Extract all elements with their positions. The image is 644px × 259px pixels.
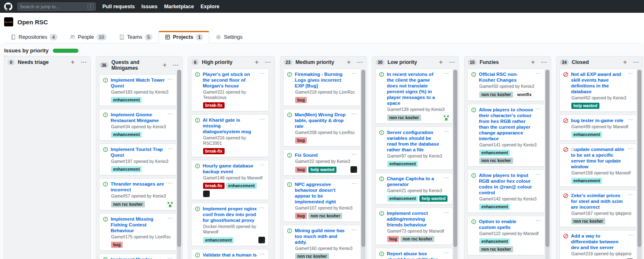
card-title-link[interactable]: Man(Men) Wrong Drop table, quantity & dr… bbox=[295, 112, 349, 129]
issue-card[interactable]: Implement Watch Tower Quest···Game#183 o… bbox=[99, 74, 177, 106]
issue-card[interactable]: Thrander messages are incorrect···Game#5… bbox=[99, 178, 177, 210]
column-scrollbar-thumb[interactable] bbox=[545, 70, 549, 247]
tab-settings[interactable]: Settings bbox=[209, 31, 249, 43]
column-menu-button[interactable]: ··· bbox=[81, 59, 87, 65]
tab-people[interactable]: People 10 bbox=[64, 31, 113, 43]
card-title-link[interactable]: Thrander messages are incorrect bbox=[111, 181, 165, 193]
card-title-link[interactable]: Allow players to input RGB and/or hex co… bbox=[479, 172, 533, 195]
column-scrollbar-thumb[interactable] bbox=[453, 70, 457, 247]
column-scrollbar-thumb[interactable] bbox=[637, 70, 642, 247]
issue-card[interactable]: Hourly game database backup event···Game… bbox=[191, 160, 269, 200]
column-scrollbar-thumb[interactable] bbox=[177, 70, 181, 247]
card-title-link[interactable]: NPC aggressive behaviour doesn't appear … bbox=[295, 181, 349, 205]
card-title-link[interactable]: Option to enable custom spells bbox=[479, 219, 533, 230]
nav-issues[interactable]: Issues bbox=[142, 4, 158, 9]
card-menu-button[interactable]: ··· bbox=[352, 71, 357, 89]
card-title-link[interactable]: ::update command able to be set a specif… bbox=[571, 146, 625, 170]
card-menu-button[interactable]: ··· bbox=[352, 152, 357, 158]
card-menu-button[interactable]: ··· bbox=[168, 112, 173, 123]
assignee-avatar[interactable] bbox=[443, 114, 449, 121]
issue-card[interactable]: Change Captcha to a generator···Game#21 … bbox=[375, 173, 453, 205]
card-menu-button[interactable]: ··· bbox=[536, 107, 541, 141]
assignee-avatar[interactable] bbox=[258, 237, 265, 243]
project-name-link[interactable]: Issues by priority bbox=[4, 47, 49, 54]
card-title-link[interactable]: Fix Sound bbox=[295, 152, 349, 158]
issue-card[interactable]: Report abuse box should have ability for… bbox=[375, 248, 453, 259]
search-input[interactable]: Search or jump to... / bbox=[17, 2, 96, 11]
add-card-button[interactable]: + bbox=[531, 59, 535, 65]
card-menu-button[interactable]: ··· bbox=[444, 176, 449, 187]
card-menu-button[interactable]: ··· bbox=[260, 206, 265, 223]
card-menu-button[interactable]: ··· bbox=[168, 216, 173, 233]
column-menu-button[interactable]: ··· bbox=[633, 59, 639, 65]
issue-card[interactable]: Implement correct adding/removing friend… bbox=[375, 207, 453, 245]
assignee-avatar[interactable] bbox=[350, 166, 357, 173]
card-menu-button[interactable]: ··· bbox=[260, 117, 265, 134]
column-scrollbar-track[interactable] bbox=[637, 70, 642, 259]
nav-explore[interactable]: Explore bbox=[201, 4, 220, 9]
card-title-link[interactable]: Al Kharid gate is missing dialogue/syste… bbox=[203, 117, 257, 134]
card-title-link[interactable]: Implement correct adding/removing friend… bbox=[387, 210, 441, 228]
issue-card[interactable]: Fix Sound···Game#22 opened by Kenix3bugh… bbox=[283, 149, 361, 176]
add-card-button[interactable]: + bbox=[347, 59, 351, 65]
card-title-link[interactable]: Change Captcha to a generator bbox=[387, 176, 441, 187]
card-title-link[interactable]: Server configuration variables should be… bbox=[387, 130, 441, 153]
card-title-link[interactable]: Implement Watch Tower Quest bbox=[111, 77, 165, 89]
card-menu-button[interactable]: ··· bbox=[444, 71, 449, 106]
issue-card[interactable]: Mining guild mine has too much mith and … bbox=[283, 225, 361, 259]
card-title-link[interactable]: In recent versions of the client the gam… bbox=[387, 71, 441, 106]
card-menu-button[interactable]: ··· bbox=[444, 130, 449, 153]
column-menu-button[interactable]: ··· bbox=[357, 59, 363, 65]
column-menu-button[interactable]: ··· bbox=[449, 59, 455, 65]
card-menu-button[interactable]: ··· bbox=[352, 181, 357, 205]
column-menu-button[interactable]: ··· bbox=[541, 59, 547, 65]
issue-card[interactable]: Implement Gnome Restaurant Minigame···Ga… bbox=[99, 109, 177, 141]
github-logo-icon[interactable] bbox=[4, 2, 12, 11]
add-card-button[interactable]: + bbox=[255, 59, 259, 65]
card-menu-button[interactable]: ··· bbox=[444, 251, 449, 259]
card-title-link[interactable]: Add a way to differentiate between dev a… bbox=[571, 233, 625, 250]
card-menu-button[interactable]: ··· bbox=[628, 193, 633, 210]
issue-card[interactable]: Not all EXP award and skill events have … bbox=[559, 68, 637, 112]
issue-card[interactable]: Allow players to choose their character'… bbox=[467, 104, 545, 167]
tab-repositories[interactable]: Repositories 4 bbox=[4, 31, 64, 43]
column-menu-button[interactable]: ··· bbox=[265, 59, 271, 65]
card-title-link[interactable]: Implement Tourist Trap Quest bbox=[111, 146, 165, 158]
nav-marketplace[interactable]: Marketplace bbox=[164, 4, 194, 9]
column-scrollbar-track[interactable] bbox=[453, 70, 457, 259]
issue-card[interactable]: Option to enable custom spells···Game#12… bbox=[467, 216, 545, 255]
issue-card[interactable]: In recent versions of the client the gam… bbox=[375, 68, 453, 124]
card-menu-button[interactable]: ··· bbox=[352, 112, 357, 129]
add-card-button[interactable]: + bbox=[439, 59, 443, 65]
add-card-button[interactable]: + bbox=[71, 59, 75, 65]
card-menu-button[interactable]: ··· bbox=[536, 71, 541, 83]
card-menu-button[interactable]: ··· bbox=[260, 163, 265, 174]
issue-card[interactable]: Al Kharid gate is missing dialogue/syste… bbox=[191, 114, 269, 157]
card-menu-button[interactable]: ··· bbox=[168, 77, 173, 89]
card-title-link[interactable]: Firemaking - Burning Logs gives incorrec… bbox=[295, 71, 349, 89]
card-menu-button[interactable]: ··· bbox=[628, 146, 633, 170]
issue-card[interactable]: bug tester in-game role···Game#89 opened… bbox=[559, 115, 637, 141]
issue-card[interactable]: Implement Tourist Trap Quest···Game#197 … bbox=[99, 144, 177, 175]
tab-teams[interactable]: Teams 5 bbox=[113, 31, 159, 43]
card-title-link[interactable]: Hourly game database backup event bbox=[203, 163, 257, 174]
issue-card[interactable]: Implement proper nginx conf from dev int… bbox=[191, 203, 269, 246]
card-menu-button[interactable]: ··· bbox=[168, 257, 173, 259]
column-scrollbar-track[interactable] bbox=[361, 70, 365, 259]
column-scrollbar-thumb[interactable] bbox=[361, 70, 365, 247]
card-menu-button[interactable]: ··· bbox=[536, 219, 541, 230]
card-title-link[interactable]: Player's get stuck on the second floor o… bbox=[203, 71, 257, 89]
issue-card[interactable]: Allow players to input RGB and/or hex co… bbox=[467, 170, 545, 213]
issue-card[interactable]: Implement Missing Fishing Contest Behavi… bbox=[99, 213, 177, 251]
card-title-link[interactable]: Implement Murder Mystery Quest bbox=[111, 257, 165, 259]
card-title-link[interactable]: Zeke's scimitar prices for steel and mit… bbox=[571, 193, 625, 210]
column-scrollbar-track[interactable] bbox=[545, 70, 549, 259]
card-menu-button[interactable]: ··· bbox=[628, 71, 633, 94]
issue-card[interactable]: Player's get stuck on the second floor o… bbox=[191, 68, 269, 111]
card-title-link[interactable]: Official RSC non-Kosher Changes bbox=[479, 71, 533, 83]
card-title-link[interactable]: Implement proper nginx conf from dev int… bbox=[203, 206, 257, 223]
org-avatar[interactable]: Open RSC bbox=[4, 17, 13, 26]
issue-card[interactable]: ::update command able to be set a specif… bbox=[559, 144, 637, 187]
card-title-link[interactable]: Validate that a human is creating charac… bbox=[203, 252, 257, 259]
card-title-link[interactable]: Implement Gnome Restaurant Minigame bbox=[111, 112, 165, 123]
